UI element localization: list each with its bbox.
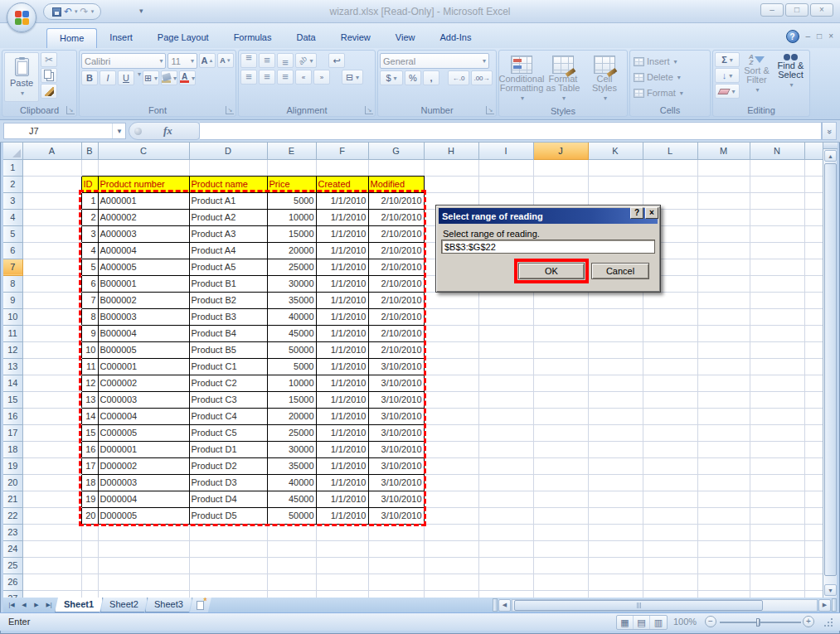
cell-F2[interactable]: Created [316,176,368,192]
cell-G19[interactable]: 3/10/2010 [368,457,424,474]
cell-F10[interactable]: 1/1/2010 [316,308,368,325]
row-header-2[interactable]: 2 [3,176,22,192]
cell-K20[interactable] [588,474,643,491]
cell-H14[interactable] [424,375,478,391]
row-header-17[interactable]: 17 [3,424,22,441]
cell-I26[interactable] [478,574,533,590]
row-header-25[interactable]: 25 [3,557,22,574]
wrap-text-button[interactable]: ↩ [328,53,345,68]
italic-button[interactable]: I [100,70,116,85]
cell-G8[interactable]: 2/10/2010 [368,275,424,292]
cell-D27[interactable] [189,590,267,598]
tab-insert[interactable]: Insert [97,28,145,48]
cell-A19[interactable] [22,457,81,474]
column-header-B[interactable]: B [81,143,98,159]
name-box[interactable]: J7 ▼ [3,123,126,139]
cell-M24[interactable] [697,540,750,557]
row-header-13[interactable]: 13 [3,358,22,375]
scroll-left-icon[interactable]: ◀ [498,599,511,612]
redo-icon[interactable]: ↷ [80,7,89,17]
cell-A5[interactable] [22,225,81,242]
vertical-split-handle[interactable] [823,143,838,149]
cell-F26[interactable] [316,574,368,590]
number-dialog-launcher-icon[interactable]: ↘ [486,106,494,114]
cell-K10[interactable] [588,308,643,325]
cell-J12[interactable] [533,341,588,358]
cell-F23[interactable] [316,524,368,540]
cell-K27[interactable] [588,590,643,598]
row-header-19[interactable]: 19 [3,457,22,474]
cell-A17[interactable] [22,424,81,441]
cell-L2[interactable] [643,176,697,192]
cell-I25[interactable] [478,557,533,574]
cell-A26[interactable] [22,574,81,590]
cell-C21[interactable]: D000004 [98,491,189,507]
row-header-11[interactable]: 11 [3,325,22,341]
column-header-G[interactable]: G [368,143,424,159]
clear-button[interactable]: ▾ [715,84,740,99]
cell-C4[interactable]: A000002 [98,209,189,225]
cell-M15[interactable] [697,391,750,408]
cell-E16[interactable]: 20000 [267,408,316,424]
cell-G23[interactable] [368,524,424,540]
ok-button[interactable]: OK [518,263,585,279]
cell-K26[interactable] [588,574,643,590]
cell-H18[interactable] [424,441,478,457]
cell-M21[interactable] [697,491,750,507]
cancel-button[interactable]: Cancel [591,263,649,279]
tab-data[interactable]: Data [284,28,328,48]
cell-D16[interactable]: Product C4 [189,408,267,424]
cell-E1[interactable] [267,159,316,176]
cell-K15[interactable] [588,391,643,408]
cell-N11[interactable] [750,325,804,341]
cell-B18[interactable]: 16 [81,441,98,457]
cell-N9[interactable] [750,292,804,308]
cell-A7[interactable] [22,259,81,275]
cell-G1[interactable] [368,159,424,176]
cell-L19[interactable] [643,457,697,474]
cell-G9[interactable]: 2/10/2010 [368,292,424,308]
cell-L17[interactable] [643,424,697,441]
cell-C24[interactable] [98,540,189,557]
cell-A20[interactable] [22,474,81,491]
cell-E4[interactable]: 10000 [267,209,316,225]
zoom-slider-thumb[interactable] [756,618,760,627]
cell-K14[interactable] [588,375,643,391]
cell-J20[interactable] [533,474,588,491]
insert-function-button[interactable]: fx [129,122,200,140]
cell-N1[interactable] [750,159,804,176]
fill-color-button[interactable]: ▾ [161,70,177,85]
shrink-font-button[interactable]: A▼ [217,53,234,68]
row-header-27[interactable]: 27 [3,590,22,598]
normal-view-icon[interactable]: ▦ [617,616,634,629]
cell-D23[interactable] [189,524,267,540]
cell-B19[interactable]: 17 [81,457,98,474]
cell-M9[interactable] [697,292,750,308]
row-header-20[interactable]: 20 [3,474,22,491]
insert-worksheet-button[interactable] [190,598,211,612]
cell-I17[interactable] [478,424,533,441]
cell-L22[interactable] [643,507,697,524]
scroll-up-icon[interactable]: ▲ [824,150,837,162]
currency-format-button[interactable]: $▾ [380,70,403,85]
cell-F7[interactable]: 1/1/2010 [316,259,368,275]
align-left-button[interactable]: ≡ [240,70,257,85]
row-header-26[interactable]: 26 [3,574,22,590]
cell-C20[interactable]: D000003 [98,474,189,491]
fill-button[interactable]: ↓▾ [715,68,740,83]
row-header-18[interactable]: 18 [3,441,22,457]
cell-E2[interactable]: Price [267,176,316,192]
cell-M16[interactable] [697,408,750,424]
cell-L23[interactable] [643,524,697,540]
cell-D17[interactable]: Product C5 [189,424,267,441]
cell-I23[interactable] [478,524,533,540]
horizontal-scroll-thumb[interactable] [514,600,763,611]
cell-G4[interactable]: 2/10/2010 [368,209,424,225]
cell-F8[interactable]: 1/1/2010 [316,275,368,292]
cell-C3[interactable]: A000001 [98,192,189,209]
align-middle-button[interactable]: ≡ [259,53,275,68]
cell-J13[interactable] [533,358,588,375]
cell-D21[interactable]: Product D4 [189,491,267,507]
cell-D12[interactable]: Product B5 [189,341,267,358]
formula-input[interactable] [200,122,822,140]
